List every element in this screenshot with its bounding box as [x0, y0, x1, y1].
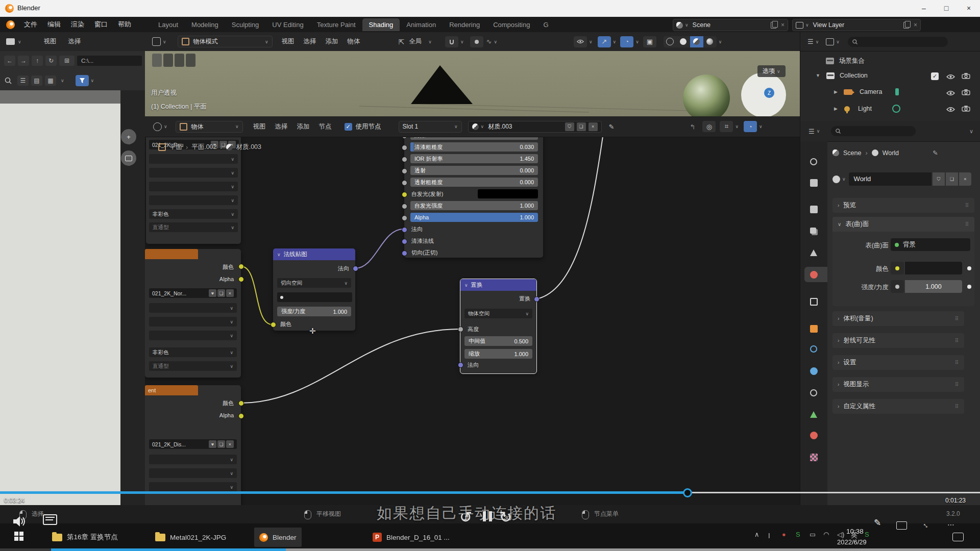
- tab-texture-paint[interactable]: Texture Paint: [310, 18, 362, 31]
- taskbar-item-1[interactable]: Metal021_2K-JPG: [150, 528, 231, 547]
- principled-bsdf-node[interactable]: 清漆0.000清漆粗糙度0.030IOR 折射率1.450透射0.000透射粗糙…: [404, 126, 543, 258]
- unlink-scene-icon[interactable]: ×: [781, 21, 785, 29]
- view-layer-selector[interactable]: ∨ View Layer ×: [792, 19, 921, 31]
- tex-c-color-output[interactable]: [238, 400, 244, 406]
- ne-menu-select[interactable]: 选择: [275, 122, 288, 131]
- panel-4[interactable]: ›自定义属性⠿: [832, 399, 964, 414]
- subtitle-toggle-icon[interactable]: [43, 514, 57, 525]
- date[interactable]: 2022/6/29: [837, 538, 867, 546]
- normal-map-output[interactable]: [353, 266, 358, 271]
- material-selector[interactable]: ∨ 材质.003 ⛉ ❏ ×: [468, 121, 602, 133]
- remove-view-layer-icon[interactable]: ×: [914, 21, 917, 29]
- tab-truncated[interactable]: G: [536, 18, 548, 31]
- selectable-checkbox[interactable]: ✓: [931, 72, 939, 80]
- pause-icon[interactable]: [483, 511, 492, 521]
- principled-row-4[interactable]: 透射粗糙度0.000: [410, 178, 538, 187]
- properties-search[interactable]: [831, 126, 916, 136]
- nav-object-icon[interactable]: [810, 325, 818, 333]
- tab-animation[interactable]: Animation: [400, 18, 443, 31]
- comment-bubble-icon[interactable]: [952, 533, 964, 541]
- outer-progress-remaining[interactable]: [286, 548, 980, 551]
- input-socket[interactable]: [402, 157, 407, 162]
- video-progress-remaining[interactable]: [692, 492, 980, 493]
- nav-constraints-icon[interactable]: [810, 389, 817, 396]
- slot-dropdown[interactable]: Slot 1∨: [399, 121, 462, 133]
- folder-icon[interactable]: [6, 38, 15, 45]
- ne-menu-node[interactable]: 节点: [319, 122, 332, 131]
- overlays-toggle-icon[interactable]: ◔: [620, 36, 633, 47]
- use-nodes-checkbox[interactable]: ✓: [345, 123, 352, 131]
- nav-modifiers-icon[interactable]: [810, 345, 817, 353]
- surface-shader-value[interactable]: 背景: [891, 238, 970, 251]
- breadcrumb-mesh[interactable]: 平面.002: [191, 143, 216, 152]
- tray-battery-icon[interactable]: ▭: [810, 531, 816, 538]
- outliner-search[interactable]: [848, 37, 948, 47]
- go-parent-node-icon[interactable]: ↰: [690, 123, 696, 131]
- surface-panel-header[interactable]: ∨表(曲)面⠿: [832, 217, 974, 232]
- visibility-eye-icon[interactable]: [574, 36, 587, 47]
- input-socket[interactable]: [402, 239, 407, 244]
- rendered-shading-icon[interactable]: [703, 36, 717, 47]
- nav-view-layer-icon[interactable]: [810, 228, 816, 234]
- displacement-output[interactable]: [534, 296, 540, 302]
- tex-b-color-output[interactable]: [238, 264, 244, 269]
- tray-green-app-2-icon[interactable]: S: [865, 531, 869, 538]
- list-view-icon[interactable]: ☰: [17, 76, 29, 86]
- world-name-field[interactable]: World: [849, 172, 932, 186]
- maximize-button[interactable]: □: [935, 0, 958, 17]
- animate-dot[interactable]: [967, 266, 971, 270]
- tray-tray-expand-icon[interactable]: ∧: [754, 531, 760, 538]
- tool-select-box-icon[interactable]: [163, 54, 173, 67]
- pen-icon[interactable]: ✎: [874, 517, 881, 528]
- panel-3[interactable]: ›视图显示⠿: [832, 377, 964, 392]
- new-scene-icon[interactable]: [771, 22, 776, 29]
- animate-dot[interactable]: [967, 285, 971, 289]
- input-socket[interactable]: [402, 180, 407, 186]
- nav-physics-icon[interactable]: [810, 367, 818, 375]
- shader-type-dropdown[interactable]: 物体∨: [176, 121, 243, 133]
- collection-row[interactable]: ▼ Collection: [816, 72, 868, 79]
- camera-row[interactable]: ▶ Camera: [834, 88, 899, 95]
- tex-c-alpha-output[interactable]: [238, 413, 244, 419]
- wireframe-shading-icon[interactable]: [664, 36, 677, 47]
- input-socket[interactable]: [402, 215, 407, 221]
- strength-slider[interactable]: 1.000: [905, 280, 962, 293]
- vp-menu-view[interactable]: 视图: [282, 37, 295, 46]
- input-socket[interactable]: [402, 251, 407, 256]
- video-progress-filled[interactable]: [0, 491, 687, 494]
- displacement-height-input[interactable]: [458, 327, 463, 332]
- light-row[interactable]: ▶ Light: [834, 105, 900, 113]
- options-dropdown[interactable]: 选项∨: [757, 65, 786, 77]
- panel-2[interactable]: ›设置⠿: [832, 355, 964, 370]
- breadcrumb-scene[interactable]: Scene: [843, 149, 861, 157]
- displacement-normal-input[interactable]: [458, 362, 463, 368]
- tray-microphone-icon[interactable]: ꞁ: [768, 531, 770, 538]
- color-socket-box[interactable]: [891, 262, 904, 274]
- ne-menu-add[interactable]: 添加: [297, 122, 310, 131]
- refresh-icon[interactable]: ↻: [45, 56, 57, 66]
- panel-1[interactable]: ›射线可见性⠿: [832, 333, 964, 348]
- outer-progress-filled[interactable]: [51, 548, 286, 551]
- disable-render-camera-icon[interactable]: [962, 72, 970, 81]
- disable-render-camera-icon[interactable]: [962, 89, 970, 97]
- shader-editor-icon[interactable]: [153, 122, 162, 131]
- detail-view-icon[interactable]: ▤: [31, 76, 42, 86]
- tab-modeling[interactable]: Modeling: [185, 18, 225, 31]
- minimize-button[interactable]: –: [913, 0, 935, 17]
- new-view-layer-icon[interactable]: [903, 22, 909, 29]
- emission-color-swatch[interactable]: [478, 189, 538, 198]
- nav-world-icon[interactable]: [810, 271, 818, 279]
- input-socket[interactable]: [402, 145, 407, 151]
- copy-icon[interactable]: ❏: [946, 172, 958, 186]
- menu-file[interactable]: 文件: [24, 20, 37, 29]
- breadcrumb-world[interactable]: World: [883, 149, 899, 157]
- fake-user-shield-icon[interactable]: ⛉: [933, 172, 945, 186]
- preview-panel[interactable]: ›预览⠿: [832, 198, 974, 213]
- vp-menu-object[interactable]: 物体: [348, 37, 360, 46]
- world-datablock-selector[interactable]: ∨ World ⛉ ❏ ×: [832, 172, 971, 186]
- windows-start-button[interactable]: [14, 532, 23, 541]
- unlink-icon[interactable]: ×: [959, 172, 971, 186]
- gizmo-toggle-icon[interactable]: ↗: [598, 36, 611, 47]
- material-preview-icon[interactable]: [690, 36, 703, 47]
- tool-select-lasso-icon[interactable]: [186, 54, 195, 67]
